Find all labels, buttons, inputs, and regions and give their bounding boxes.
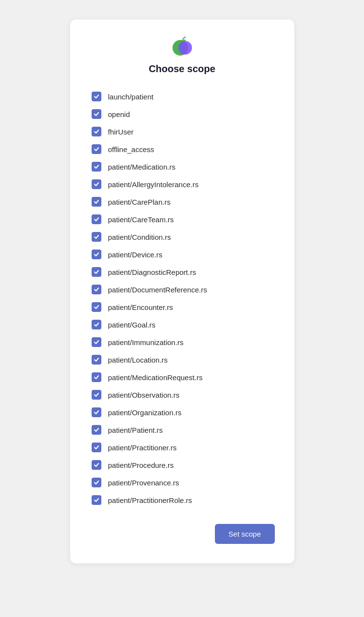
- svg-point-1: [178, 41, 192, 55]
- scope-checkbox[interactable]: [92, 179, 101, 189]
- scope-checkbox[interactable]: [92, 372, 101, 382]
- scope-item: patient/Device.rs: [90, 246, 275, 263]
- app-logo: [171, 35, 194, 58]
- scope-item: patient/Provenance.rs: [90, 474, 275, 491]
- scope-item: patient/Encounter.rs: [90, 299, 275, 315]
- scope-item: openid: [90, 106, 275, 122]
- scope-checkbox[interactable]: [92, 232, 101, 242]
- scope-checkbox[interactable]: [92, 337, 101, 347]
- scope-item: patient/CareTeam.rs: [90, 211, 275, 228]
- scope-item: patient/PractitionerRole.rs: [90, 492, 275, 508]
- scope-checkbox[interactable]: [92, 425, 101, 435]
- scope-list: launch/patient openid fhirUser offline_a…: [90, 88, 275, 508]
- scope-label: patient/Encounter.rs: [108, 303, 173, 311]
- scope-label: patient/Provenance.rs: [108, 479, 179, 487]
- scope-checkbox[interactable]: [92, 355, 101, 365]
- scope-label: fhirUser: [108, 128, 134, 136]
- scope-item: patient/Procedure.rs: [90, 457, 275, 473]
- scope-label: patient/MedicationRequest.rs: [108, 373, 203, 382]
- scope-item: patient/Immunization.rs: [90, 334, 275, 350]
- scope-checkbox[interactable]: [92, 285, 101, 294]
- scope-label: patient/Location.rs: [108, 356, 168, 364]
- scope-label: patient/Medication.rs: [108, 163, 175, 171]
- scope-item: patient/Goal.rs: [90, 316, 275, 333]
- scope-item: offline_access: [90, 141, 275, 157]
- card-footer: Set scope: [90, 524, 275, 544]
- scope-label: patient/Practitioner.rs: [108, 443, 177, 452]
- scope-checkbox[interactable]: [92, 92, 101, 101]
- scope-label: patient/Patient.rs: [108, 426, 163, 434]
- scope-checkbox[interactable]: [92, 162, 101, 172]
- scope-checkbox[interactable]: [92, 127, 101, 136]
- scope-label: patient/DiagnosticReport.rs: [108, 268, 196, 276]
- scope-label: patient/Organization.rs: [108, 408, 182, 417]
- scope-label: patient/Observation.rs: [108, 391, 180, 399]
- scope-label: patient/Goal.rs: [108, 321, 156, 329]
- scope-item: patient/Practitioner.rs: [90, 439, 275, 456]
- scope-checkbox[interactable]: [92, 250, 101, 259]
- scope-checkbox[interactable]: [92, 144, 101, 154]
- scope-item: patient/CarePlan.rs: [90, 193, 275, 210]
- scope-item: patient/Medication.rs: [90, 158, 275, 175]
- scope-item: patient/DocumentReference.rs: [90, 281, 275, 298]
- scope-checkbox[interactable]: [92, 390, 101, 400]
- scope-label: patient/AllergyIntolerance.rs: [108, 180, 199, 189]
- scope-item: patient/Condition.rs: [90, 229, 275, 245]
- scope-checkbox[interactable]: [92, 495, 101, 505]
- scope-item: patient/Patient.rs: [90, 422, 275, 438]
- scope-checkbox[interactable]: [92, 443, 101, 452]
- scope-item: patient/MedicationRequest.rs: [90, 369, 275, 386]
- scope-checkbox[interactable]: [92, 460, 101, 470]
- scope-checkbox[interactable]: [92, 320, 101, 329]
- scope-label: patient/Immunization.rs: [108, 338, 184, 347]
- scope-checkbox[interactable]: [92, 478, 101, 487]
- scope-label: patient/DocumentReference.rs: [108, 286, 207, 294]
- scope-checkbox[interactable]: [92, 302, 101, 312]
- scope-label: launch/patient: [108, 93, 153, 101]
- page-title: Choose scope: [149, 63, 215, 75]
- scope-checkbox[interactable]: [92, 407, 101, 417]
- set-scope-button[interactable]: Set scope: [215, 524, 275, 544]
- scope-item: patient/AllergyIntolerance.rs: [90, 176, 275, 193]
- scope-checkbox[interactable]: [92, 197, 101, 207]
- scope-checkbox[interactable]: [92, 109, 101, 119]
- scope-label: patient/CarePlan.rs: [108, 198, 171, 206]
- scope-label: offline_access: [108, 145, 154, 154]
- scope-label: patient/CareTeam.rs: [108, 215, 174, 224]
- scope-label: openid: [108, 110, 130, 118]
- scope-checkbox[interactable]: [92, 267, 101, 277]
- scope-item: patient/DiagnosticReport.rs: [90, 264, 275, 280]
- card-header: Choose scope: [90, 35, 275, 75]
- scope-label: patient/Procedure.rs: [108, 461, 174, 469]
- scope-item: fhirUser: [90, 123, 275, 140]
- scope-item: patient/Location.rs: [90, 351, 275, 368]
- scope-label: patient/PractitionerRole.rs: [108, 496, 192, 504]
- scope-item: patient/Observation.rs: [90, 386, 275, 403]
- scope-checkbox[interactable]: [92, 214, 101, 224]
- scope-label: patient/Device.rs: [108, 251, 163, 259]
- scope-item: launch/patient: [90, 88, 275, 105]
- scope-label: patient/Condition.rs: [108, 233, 171, 241]
- scope-card: Choose scope launch/patient openid fhirU…: [70, 19, 294, 563]
- scope-item: patient/Organization.rs: [90, 404, 275, 421]
